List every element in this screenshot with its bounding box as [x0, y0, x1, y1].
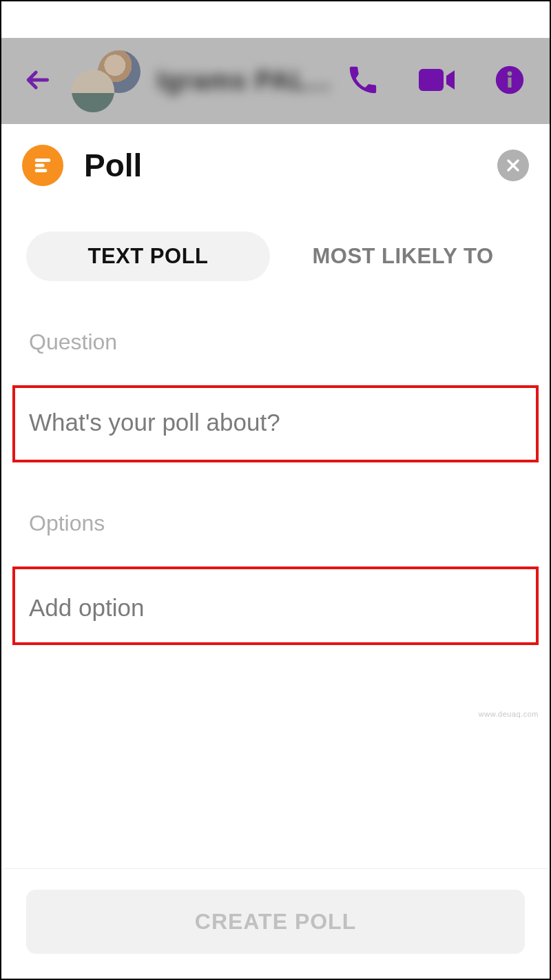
poll-type-tabs: TEXT POLL MOST LIKELY TO: [3, 232, 548, 281]
sheet-footer: CREATE POLL: [3, 868, 548, 977]
question-section-label: Question: [3, 329, 548, 355]
voice-call-icon[interactable]: [347, 64, 379, 99]
option-field-highlight: [12, 566, 539, 645]
poll-icon: [22, 145, 63, 186]
option-input[interactable]: [29, 594, 522, 622]
svg-rect-0: [419, 69, 444, 91]
watermark-text: www.deuaq.com: [479, 710, 539, 718]
svg-rect-6: [35, 169, 48, 172]
back-arrow-icon[interactable]: [22, 65, 52, 98]
svg-rect-2: [508, 77, 511, 88]
chat-avatars[interactable]: [72, 50, 141, 112]
tab-text-poll[interactable]: TEXT POLL: [26, 232, 270, 281]
video-call-icon[interactable]: [417, 65, 456, 98]
question-input[interactable]: [29, 409, 522, 436]
svg-rect-5: [35, 164, 45, 167]
chat-title[interactable]: Igrams PAL...: [157, 66, 344, 96]
sheet-title: Poll: [84, 147, 497, 184]
sheet-header: Poll: [3, 145, 548, 186]
close-icon: [505, 157, 521, 174]
tab-most-likely-to[interactable]: MOST LIKELY TO: [281, 232, 525, 281]
question-field-highlight: [12, 385, 539, 462]
info-icon[interactable]: [495, 65, 525, 98]
status-bar-spacer: [1, 1, 550, 38]
options-section-label: Options: [3, 511, 548, 536]
svg-rect-4: [35, 159, 51, 162]
svg-point-3: [508, 71, 512, 76]
chat-top-nav: Igrams PAL...: [1, 38, 550, 124]
poll-sheet: Poll TEXT POLL MOST LIKELY TO Question O…: [3, 124, 548, 977]
create-poll-button[interactable]: CREATE POLL: [26, 890, 525, 954]
close-button[interactable]: [497, 150, 529, 181]
avatar-icon: [72, 70, 114, 112]
nav-action-icons: [347, 64, 525, 99]
